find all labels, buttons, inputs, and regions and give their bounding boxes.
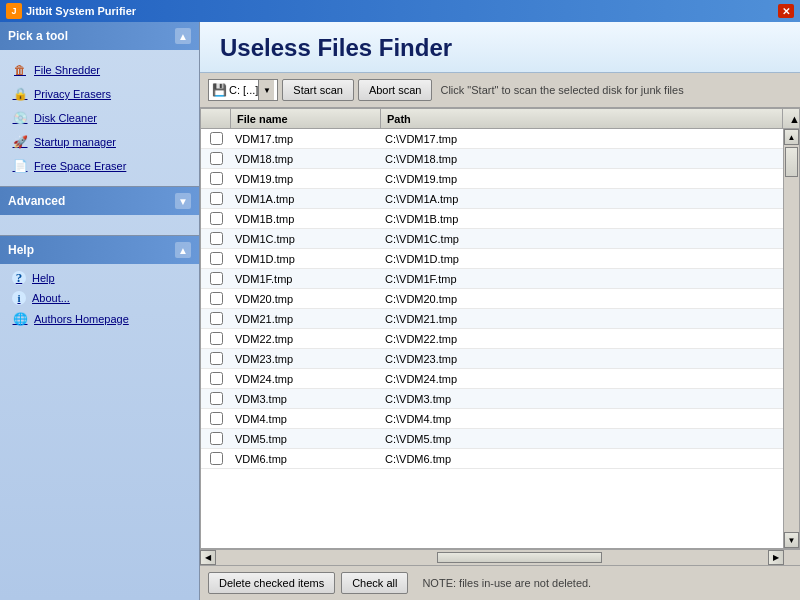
row-checkbox[interactable] <box>210 372 223 385</box>
pick-tool-header[interactable]: Pick a tool ▲ <box>0 22 199 50</box>
scroll-down-button[interactable]: ▼ <box>784 532 799 548</box>
pick-tool-label: Pick a tool <box>8 29 68 43</box>
delete-note: NOTE: files in-use are not deleted. <box>422 577 591 589</box>
advanced-content <box>0 215 199 235</box>
table-row: VDM5.tmp C:\VDM5.tmp <box>201 429 799 449</box>
sidebar-item-disk-cleaner[interactable]: 💿 Disk Cleaner <box>0 106 199 130</box>
scroll-right-button[interactable]: ▶ <box>768 550 784 565</box>
row-checkbox[interactable] <box>210 172 223 185</box>
sidebar-item-free-space-eraser[interactable]: 📄 Free Space Eraser <box>0 154 199 178</box>
help-header[interactable]: Help ▲ <box>0 236 199 264</box>
scroll-up-button[interactable]: ▲ <box>784 129 799 145</box>
advanced-collapse-icon[interactable]: ▼ <box>175 193 191 209</box>
row-filename: VDM1C.tmp <box>231 233 381 245</box>
about-icon: i <box>12 291 26 305</box>
row-filename: VDM6.tmp <box>231 453 381 465</box>
row-checkbox[interactable] <box>210 252 223 265</box>
app-title: Jitbit System Purifier <box>26 5 136 17</box>
row-path: C:\VDM20.tmp <box>381 293 799 305</box>
row-filename: VDM19.tmp <box>231 173 381 185</box>
pick-tool-content: 🗑 File Shredder 🔒 Privacy Erasers 💿 Disk… <box>0 50 199 186</box>
pick-tool-collapse-icon[interactable]: ▲ <box>175 28 191 44</box>
help-icon: ? <box>12 271 26 285</box>
scroll-track[interactable] <box>784 145 799 532</box>
help-label: Help <box>8 243 34 257</box>
startup-manager-label: Startup manager <box>34 136 116 148</box>
row-checkbox[interactable] <box>210 412 223 425</box>
row-checkbox[interactable] <box>210 152 223 165</box>
delete-checked-button[interactable]: Delete checked items <box>208 572 335 594</box>
authors-homepage-label: Authors Homepage <box>34 313 129 325</box>
table-row: VDM22.tmp C:\VDM22.tmp <box>201 329 799 349</box>
drive-select[interactable]: 💾 C: [...] ▼ <box>208 79 278 101</box>
row-filename: VDM1F.tmp <box>231 273 381 285</box>
row-checkbox-cell <box>201 452 231 465</box>
row-checkbox[interactable] <box>210 392 223 405</box>
scroll-left-button[interactable]: ◀ <box>200 550 216 565</box>
row-checkbox[interactable] <box>210 432 223 445</box>
pick-tool-section: Pick a tool ▲ 🗑 File Shredder 🔒 Privacy … <box>0 22 199 187</box>
row-checkbox[interactable] <box>210 232 223 245</box>
row-filename: VDM23.tmp <box>231 353 381 365</box>
drive-dropdown-button[interactable]: ▼ <box>258 80 274 100</box>
advanced-header[interactable]: Advanced ▼ <box>0 187 199 215</box>
horizontal-scrollbar[interactable]: ◀ ▶ <box>200 549 800 565</box>
privacy-erasers-label: Privacy Erasers <box>34 88 111 100</box>
row-checkbox[interactable] <box>210 292 223 305</box>
row-checkbox[interactable] <box>210 352 223 365</box>
help-collapse-icon[interactable]: ▲ <box>175 242 191 258</box>
row-checkbox-cell <box>201 252 231 265</box>
app-header: Useless Files Finder <box>200 22 800 73</box>
row-checkbox[interactable] <box>210 452 223 465</box>
row-checkbox[interactable] <box>210 272 223 285</box>
table-row: VDM19.tmp C:\VDM19.tmp <box>201 169 799 189</box>
table-row: VDM4.tmp C:\VDM4.tmp <box>201 409 799 429</box>
homepage-icon: 🌐 <box>12 311 28 327</box>
row-checkbox-cell <box>201 272 231 285</box>
row-path: C:\VDM4.tmp <box>381 413 799 425</box>
start-scan-button[interactable]: Start scan <box>282 79 354 101</box>
h-scroll-thumb[interactable] <box>437 552 603 563</box>
scroll-corner <box>784 550 800 565</box>
h-scroll-track[interactable] <box>216 550 768 565</box>
main-content: Useless Files Finder 💾 C: [...] ▼ Start … <box>200 22 800 600</box>
close-button[interactable]: ✕ <box>778 4 794 18</box>
scroll-thumb[interactable] <box>785 147 798 177</box>
table-row: VDM21.tmp C:\VDM21.tmp <box>201 309 799 329</box>
about-item-label: About... <box>32 292 70 304</box>
row-checkbox-cell <box>201 212 231 225</box>
sidebar-item-startup-manager[interactable]: 🚀 Startup manager <box>0 130 199 154</box>
row-filename: VDM22.tmp <box>231 333 381 345</box>
table-row: VDM1C.tmp C:\VDM1C.tmp <box>201 229 799 249</box>
abort-scan-button[interactable]: Abort scan <box>358 79 433 101</box>
row-checkbox[interactable] <box>210 332 223 345</box>
table-row: VDM18.tmp C:\VDM18.tmp <box>201 149 799 169</box>
row-path: C:\VDM18.tmp <box>381 153 799 165</box>
table-row: VDM1A.tmp C:\VDM1A.tmp <box>201 189 799 209</box>
table-row: VDM17.tmp C:\VDM17.tmp <box>201 129 799 149</box>
check-all-button[interactable]: Check all <box>341 572 408 594</box>
authors-homepage-link[interactable]: 🌐 Authors Homepage <box>0 308 199 330</box>
row-filename: VDM5.tmp <box>231 433 381 445</box>
row-path: C:\VDM19.tmp <box>381 173 799 185</box>
drive-icon: 💾 <box>212 83 227 97</box>
free-space-eraser-label: Free Space Eraser <box>34 160 126 172</box>
about-link-item[interactable]: i About... <box>0 288 199 308</box>
row-path: C:\VDM1B.tmp <box>381 213 799 225</box>
main-layout: Pick a tool ▲ 🗑 File Shredder 🔒 Privacy … <box>0 22 800 600</box>
row-checkbox[interactable] <box>210 132 223 145</box>
sidebar-item-file-shredder[interactable]: 🗑 File Shredder <box>0 58 199 82</box>
sidebar-item-privacy-erasers[interactable]: 🔒 Privacy Erasers <box>0 82 199 106</box>
row-checkbox[interactable] <box>210 192 223 205</box>
table-row: VDM24.tmp C:\VDM24.tmp <box>201 369 799 389</box>
row-checkbox-cell <box>201 172 231 185</box>
row-path: C:\VDM6.tmp <box>381 453 799 465</box>
row-checkbox-cell <box>201 132 231 145</box>
row-checkbox[interactable] <box>210 312 223 325</box>
row-checkbox-cell <box>201 332 231 345</box>
row-checkbox[interactable] <box>210 212 223 225</box>
vertical-scrollbar[interactable]: ▲ ▼ <box>783 129 799 548</box>
row-path: C:\VDM5.tmp <box>381 433 799 445</box>
row-path: C:\VDM21.tmp <box>381 313 799 325</box>
help-link-item[interactable]: ? Help <box>0 268 199 288</box>
